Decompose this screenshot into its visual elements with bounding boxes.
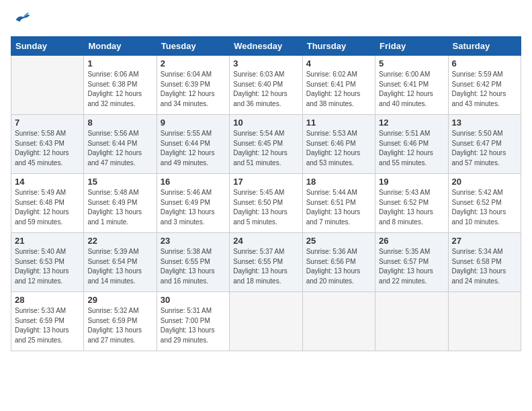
calendar-cell: 10Sunrise: 5:54 AM Sunset: 6:45 PM Dayli…: [230, 115, 302, 174]
calendar-cell: 9Sunrise: 5:55 AM Sunset: 6:44 PM Daylig…: [157, 115, 229, 174]
day-number: 25: [306, 236, 371, 246]
calendar-cell: 24Sunrise: 5:37 AM Sunset: 6:55 PM Dayli…: [230, 233, 302, 292]
day-number: 17: [233, 177, 298, 187]
week-row-2: 14Sunrise: 5:49 AM Sunset: 6:48 PM Dayli…: [11, 174, 521, 233]
calendar-cell: 6Sunrise: 5:59 AM Sunset: 6:42 PM Daylig…: [448, 56, 521, 115]
calendar-cell: 29Sunrise: 5:32 AM Sunset: 6:59 PM Dayli…: [84, 292, 157, 351]
day-number: 4: [306, 58, 371, 68]
day-info: Sunrise: 6:00 AM Sunset: 6:41 PM Dayligh…: [379, 70, 444, 109]
logo: [11, 11, 31, 30]
day-info: Sunrise: 5:33 AM Sunset: 6:59 PM Dayligh…: [15, 306, 80, 345]
day-info: Sunrise: 5:34 AM Sunset: 6:58 PM Dayligh…: [452, 247, 517, 286]
calendar-cell: 15Sunrise: 5:48 AM Sunset: 6:49 PM Dayli…: [84, 174, 157, 233]
week-row-3: 21Sunrise: 5:40 AM Sunset: 6:53 PM Dayli…: [11, 233, 521, 292]
calendar-cell: 1Sunrise: 6:06 AM Sunset: 6:38 PM Daylig…: [84, 56, 157, 115]
calendar-cell: 14Sunrise: 5:49 AM Sunset: 6:48 PM Dayli…: [11, 174, 84, 233]
calendar-cell: 11Sunrise: 5:53 AM Sunset: 6:46 PM Dayli…: [302, 115, 375, 174]
calendar-cell: 17Sunrise: 5:45 AM Sunset: 6:50 PM Dayli…: [230, 174, 302, 233]
calendar-cell: 8Sunrise: 5:56 AM Sunset: 6:44 PM Daylig…: [84, 115, 157, 174]
calendar-cell: 12Sunrise: 5:51 AM Sunset: 6:46 PM Dayli…: [375, 115, 448, 174]
day-info: Sunrise: 5:35 AM Sunset: 6:57 PM Dayligh…: [379, 247, 444, 286]
header-wednesday: Wednesday: [230, 37, 302, 56]
day-info: Sunrise: 5:53 AM Sunset: 6:46 PM Dayligh…: [306, 129, 371, 168]
day-info: Sunrise: 5:48 AM Sunset: 6:49 PM Dayligh…: [87, 188, 152, 227]
day-number: 22: [87, 236, 152, 246]
calendar-cell: 21Sunrise: 5:40 AM Sunset: 6:53 PM Dayli…: [11, 233, 84, 292]
logo-bird-icon: [12, 11, 31, 27]
day-info: Sunrise: 5:50 AM Sunset: 6:47 PM Dayligh…: [452, 129, 517, 168]
day-info: Sunrise: 5:59 AM Sunset: 6:42 PM Dayligh…: [452, 70, 517, 109]
day-number: 11: [306, 118, 371, 128]
calendar-cell: [302, 292, 375, 351]
header-saturday: Saturday: [448, 37, 521, 56]
day-number: 20: [452, 177, 517, 187]
week-row-4: 28Sunrise: 5:33 AM Sunset: 6:59 PM Dayli…: [11, 292, 521, 351]
day-info: Sunrise: 5:44 AM Sunset: 6:51 PM Dayligh…: [306, 188, 371, 227]
day-info: Sunrise: 5:43 AM Sunset: 6:52 PM Dayligh…: [379, 188, 444, 227]
calendar-cell: [230, 292, 302, 351]
day-number: 27: [452, 236, 517, 246]
day-number: 5: [379, 58, 444, 68]
header-monday: Monday: [84, 37, 157, 56]
day-info: Sunrise: 5:31 AM Sunset: 7:00 PM Dayligh…: [161, 306, 226, 345]
day-info: Sunrise: 5:38 AM Sunset: 6:55 PM Dayligh…: [161, 247, 226, 286]
day-number: 19: [379, 177, 444, 187]
day-info: Sunrise: 5:54 AM Sunset: 6:45 PM Dayligh…: [233, 129, 298, 168]
day-number: 23: [161, 236, 226, 246]
day-info: Sunrise: 6:03 AM Sunset: 6:40 PM Dayligh…: [233, 70, 298, 109]
calendar-cell: [11, 56, 84, 115]
page-header: [11, 11, 521, 30]
day-number: 18: [306, 177, 371, 187]
calendar-header-row: SundayMondayTuesdayWednesdayThursdayFrid…: [11, 37, 521, 56]
header-sunday: Sunday: [11, 37, 84, 56]
day-info: Sunrise: 5:55 AM Sunset: 6:44 PM Dayligh…: [161, 129, 226, 168]
calendar-cell: 4Sunrise: 6:02 AM Sunset: 6:41 PM Daylig…: [302, 56, 375, 115]
calendar-cell: 7Sunrise: 5:58 AM Sunset: 6:43 PM Daylig…: [11, 115, 84, 174]
day-number: 10: [233, 118, 298, 128]
calendar-cell: 23Sunrise: 5:38 AM Sunset: 6:55 PM Dayli…: [157, 233, 229, 292]
day-info: Sunrise: 5:36 AM Sunset: 6:56 PM Dayligh…: [306, 247, 371, 286]
calendar-cell: 19Sunrise: 5:43 AM Sunset: 6:52 PM Dayli…: [375, 174, 448, 233]
calendar-cell: 28Sunrise: 5:33 AM Sunset: 6:59 PM Dayli…: [11, 292, 84, 351]
day-number: 3: [233, 58, 298, 68]
day-number: 15: [87, 177, 152, 187]
day-info: Sunrise: 5:51 AM Sunset: 6:46 PM Dayligh…: [379, 129, 444, 168]
day-number: 24: [233, 236, 298, 246]
day-info: Sunrise: 5:39 AM Sunset: 6:54 PM Dayligh…: [87, 247, 152, 286]
calendar-cell: 22Sunrise: 5:39 AM Sunset: 6:54 PM Dayli…: [84, 233, 157, 292]
calendar-cell: 16Sunrise: 5:46 AM Sunset: 6:49 PM Dayli…: [157, 174, 229, 233]
day-info: Sunrise: 6:04 AM Sunset: 6:39 PM Dayligh…: [161, 70, 226, 109]
day-info: Sunrise: 5:32 AM Sunset: 6:59 PM Dayligh…: [87, 306, 152, 345]
day-number: 26: [379, 236, 444, 246]
day-number: 16: [161, 177, 226, 187]
day-number: 8: [87, 118, 152, 128]
calendar-cell: 18Sunrise: 5:44 AM Sunset: 6:51 PM Dayli…: [302, 174, 375, 233]
calendar-table: SundayMondayTuesdayWednesdayThursdayFrid…: [11, 36, 521, 351]
day-info: Sunrise: 5:37 AM Sunset: 6:55 PM Dayligh…: [233, 247, 298, 286]
calendar-cell: 5Sunrise: 6:00 AM Sunset: 6:41 PM Daylig…: [375, 56, 448, 115]
calendar-cell: [375, 292, 448, 351]
day-number: 12: [379, 118, 444, 128]
day-number: 29: [87, 295, 152, 305]
day-number: 1: [87, 58, 152, 68]
week-row-1: 7Sunrise: 5:58 AM Sunset: 6:43 PM Daylig…: [11, 115, 521, 174]
day-info: Sunrise: 5:46 AM Sunset: 6:49 PM Dayligh…: [161, 188, 226, 227]
day-number: 13: [452, 118, 517, 128]
calendar-cell: 3Sunrise: 6:03 AM Sunset: 6:40 PM Daylig…: [230, 56, 302, 115]
day-info: Sunrise: 6:06 AM Sunset: 6:38 PM Dayligh…: [87, 70, 152, 109]
calendar-cell: 25Sunrise: 5:36 AM Sunset: 6:56 PM Dayli…: [302, 233, 375, 292]
day-info: Sunrise: 6:02 AM Sunset: 6:41 PM Dayligh…: [306, 70, 371, 109]
week-row-0: 1Sunrise: 6:06 AM Sunset: 6:38 PM Daylig…: [11, 56, 521, 115]
day-number: 6: [452, 58, 517, 68]
day-number: 14: [15, 177, 80, 187]
day-number: 30: [161, 295, 226, 305]
day-number: 21: [15, 236, 80, 246]
header-thursday: Thursday: [302, 37, 375, 56]
calendar-cell: 2Sunrise: 6:04 AM Sunset: 6:39 PM Daylig…: [157, 56, 229, 115]
day-number: 2: [161, 58, 226, 68]
day-number: 28: [15, 295, 80, 305]
day-number: 9: [161, 118, 226, 128]
calendar-cell: 27Sunrise: 5:34 AM Sunset: 6:58 PM Dayli…: [448, 233, 521, 292]
header-tuesday: Tuesday: [157, 37, 229, 56]
calendar-cell: 13Sunrise: 5:50 AM Sunset: 6:47 PM Dayli…: [448, 115, 521, 174]
